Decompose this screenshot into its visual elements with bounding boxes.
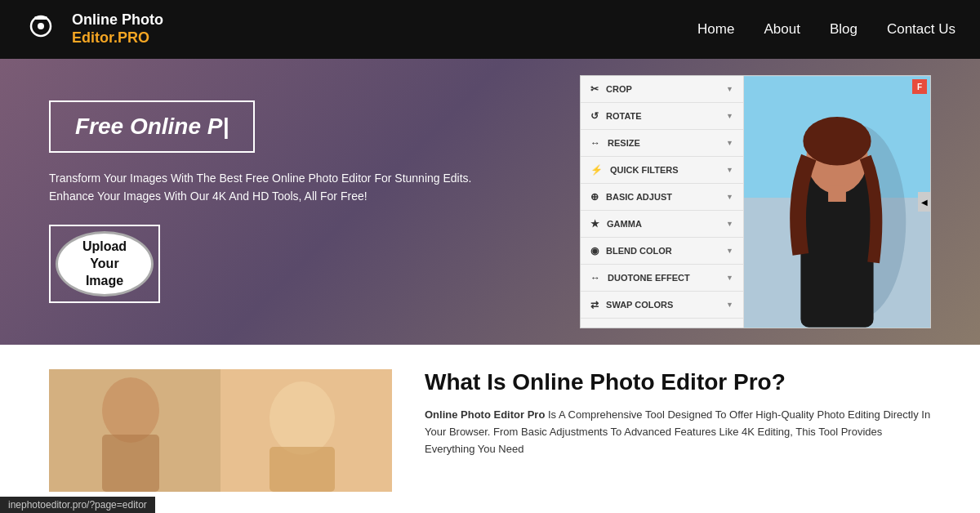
svg-point-9 [803,117,871,165]
toolbar-blend-color[interactable]: ◉ BLEND COLOR ▼ [581,238,743,265]
svg-rect-2 [34,16,47,20]
editor-canvas: F ◀ [744,76,930,328]
swap-chevron: ▼ [726,301,733,309]
editor-panel: ✂ CROP ▼ ↺ ROTATE ▼ ↔ RESIZE ▼ ⚡ QUICK F… [580,75,931,328]
crop-icon: ✂ [590,83,599,95]
lower-description: Online Photo Editor Pro Is A Comprehensi… [425,407,931,457]
duotone-chevron: ▼ [726,274,733,282]
svg-rect-0 [24,10,64,49]
basic-adjust-chevron: ▼ [726,193,733,201]
svg-point-3 [38,23,44,29]
svg-rect-16 [270,447,335,492]
duotone-icon: ↔ [590,272,600,283]
basic-adjust-icon: ⊕ [590,191,599,203]
crop-chevron: ▼ [726,85,733,93]
svg-point-15 [270,381,335,455]
canvas-image [744,76,930,328]
toolbar-swap-colors[interactable]: ⇄ SWAP COLORS ▼ [581,292,743,319]
logo-text: Online Photo Editor.PRO [72,11,163,47]
scroll-indicator[interactable]: ◀ [918,192,930,212]
upload-label: UploadYourImage [82,239,127,289]
lower-desc-bold: Online Photo Editor Pro [425,408,545,421]
swap-icon: ⇄ [590,299,599,310]
hero-title-box: Free Online P| [49,100,255,153]
lower-section: What Is Online Photo Editor Pro? Online … [0,345,980,513]
toolbar-gamma[interactable]: ★ GAMMA ▼ [581,211,743,238]
corner-icon: F [912,79,927,94]
lower-image-inner [49,369,392,492]
lower-text: What Is Online Photo Editor Pro? Online … [425,369,931,457]
navbar: Online Photo Editor.PRO Home About Blog … [0,0,980,59]
blend-color-icon: ◉ [590,245,599,256]
svg-rect-10 [828,185,846,202]
svg-rect-14 [102,435,159,492]
toolbar-rotate[interactable]: ↺ ROTATE ▼ [581,103,743,130]
status-url: inephotoeditor.pro/?page=editor [8,499,147,511]
svg-point-13 [102,377,159,443]
hero-subtitle: Transform Your Images With The Best Free… [49,169,474,206]
resize-icon: ↔ [590,137,600,149]
nav-contact[interactable]: Contact Us [887,21,956,37]
lower-title: What Is Online Photo Editor Pro? [425,369,931,395]
lower-image [49,369,392,492]
nav-blog[interactable]: Blog [830,21,858,37]
quick-filters-icon: ⚡ [590,164,603,176]
hero-title: Free Online P| [75,114,229,139]
upload-button[interactable]: UploadYourImage [56,231,154,297]
nav-home[interactable]: Home [697,21,734,37]
toolbar-resize[interactable]: ↔ RESIZE ▼ [581,130,743,157]
toolbar-crop[interactable]: ✂ CROP ▼ [581,76,743,103]
lower-image-svg [49,369,392,492]
logo-icon [24,10,64,49]
hero-right: ✂ CROP ▼ ↺ ROTATE ▼ ↔ RESIZE ▼ ⚡ QUICK F… [580,75,931,328]
nav-about[interactable]: About [764,21,800,37]
toolbar-quick-filters[interactable]: ⚡ QUICK FILTERS ▼ [581,157,743,184]
rotate-chevron: ▼ [726,112,733,120]
hero-section: Free Online P| Transform Your Images Wit… [0,59,980,345]
gamma-icon: ★ [590,218,599,230]
resize-chevron: ▼ [726,139,733,147]
quick-filters-chevron: ▼ [726,166,733,174]
rotate-icon: ↺ [590,110,599,122]
status-bar: inephotoeditor.pro/?page=editor [0,497,155,513]
toolbar-basic-adjust[interactable]: ⊕ BASIC ADJUST ▼ [581,184,743,211]
hero-left: Free Online P| Transform Your Images Wit… [49,100,474,304]
upload-button-container[interactable]: UploadYourImage [49,225,160,303]
gamma-chevron: ▼ [726,220,733,228]
toolbar-duotone[interactable]: ↔ DUOTONE EFFECT ▼ [581,265,743,292]
logo[interactable]: Online Photo Editor.PRO [24,10,163,49]
nav-links: Home About Blog Contact Us [697,21,956,38]
editor-toolbar: ✂ CROP ▼ ↺ ROTATE ▼ ↔ RESIZE ▼ ⚡ QUICK F… [581,76,744,328]
blend-color-chevron: ▼ [726,247,733,255]
